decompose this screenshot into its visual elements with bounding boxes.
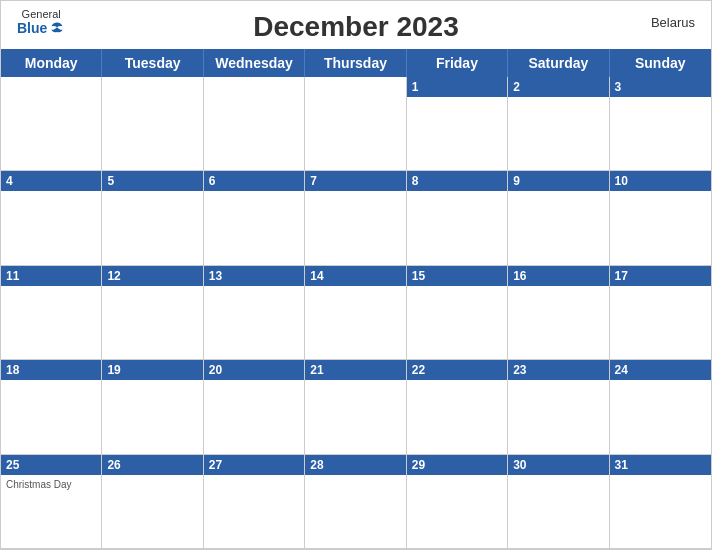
calendar-cell: 20 — [204, 360, 305, 454]
day-header-sunday: Sunday — [610, 49, 711, 77]
calendar-cell: 10 — [610, 171, 711, 265]
cell-date-number: 7 — [310, 174, 317, 188]
calendar-cell: 1 — [407, 77, 508, 171]
cell-date-number: 16 — [513, 269, 526, 283]
day-header-wednesday: Wednesday — [204, 49, 305, 77]
calendar-cell: 4 — [1, 171, 102, 265]
cell-date-number: 30 — [513, 458, 526, 472]
cell-date-number: 22 — [412, 363, 425, 377]
calendar-cell — [102, 77, 203, 171]
cell-date-number: 27 — [209, 458, 222, 472]
cell-date-number: 15 — [412, 269, 425, 283]
calendar-cell: 9 — [508, 171, 609, 265]
cell-date-number: 5 — [107, 174, 114, 188]
calendar-cell: 28 — [305, 455, 406, 549]
calendar-cell: 6 — [204, 171, 305, 265]
calendar-cell: 22 — [407, 360, 508, 454]
calendar-cell: 25Christmas Day — [1, 455, 102, 549]
day-header-saturday: Saturday — [508, 49, 609, 77]
calendar-cell: 19 — [102, 360, 203, 454]
country-label: Belarus — [651, 15, 695, 30]
calendar-cell: 17 — [610, 266, 711, 360]
logo-bird-icon — [49, 20, 65, 36]
day-header-friday: Friday — [407, 49, 508, 77]
cell-date-number: 4 — [6, 174, 13, 188]
day-headers: Monday Tuesday Wednesday Thursday Friday… — [1, 49, 711, 77]
cell-date-number: 6 — [209, 174, 216, 188]
cell-date-number: 17 — [615, 269, 628, 283]
calendar-cell: 14 — [305, 266, 406, 360]
calendar-cell — [305, 77, 406, 171]
cell-date-number: 29 — [412, 458, 425, 472]
cell-date-number: 20 — [209, 363, 222, 377]
calendar-cell: 23 — [508, 360, 609, 454]
calendar-cell — [204, 77, 305, 171]
cell-date-number: 9 — [513, 174, 520, 188]
calendar-cell: 2 — [508, 77, 609, 171]
logo: General Blue — [17, 9, 65, 36]
cell-date-number: 28 — [310, 458, 323, 472]
day-header-tuesday: Tuesday — [102, 49, 203, 77]
cell-event: Christmas Day — [6, 479, 96, 490]
calendar-cell: 21 — [305, 360, 406, 454]
day-header-monday: Monday — [1, 49, 102, 77]
calendar-cell: 5 — [102, 171, 203, 265]
calendar-cell: 18 — [1, 360, 102, 454]
calendar-cell: 30 — [508, 455, 609, 549]
calendar-cell: 31 — [610, 455, 711, 549]
cell-date-number: 14 — [310, 269, 323, 283]
cell-date-number: 26 — [107, 458, 120, 472]
cell-date-number: 24 — [615, 363, 628, 377]
calendar-grid: 1234567891011121314151617181920212223242… — [1, 77, 711, 549]
calendar-cell: 27 — [204, 455, 305, 549]
calendar-cell: 7 — [305, 171, 406, 265]
cell-date-number: 10 — [615, 174, 628, 188]
calendar-cell: 3 — [610, 77, 711, 171]
calendar: General Blue December 2023 Belarus Monda… — [0, 0, 712, 550]
calendar-cell: 16 — [508, 266, 609, 360]
calendar-cell: 8 — [407, 171, 508, 265]
calendar-cell: 24 — [610, 360, 711, 454]
calendar-cell — [1, 77, 102, 171]
cell-date-number: 12 — [107, 269, 120, 283]
calendar-title: December 2023 — [253, 11, 458, 43]
calendar-cell: 11 — [1, 266, 102, 360]
cell-date-number: 3 — [615, 80, 622, 94]
calendar-cell: 12 — [102, 266, 203, 360]
cell-date-number: 25 — [6, 458, 19, 472]
cell-date-number: 19 — [107, 363, 120, 377]
cell-date-number: 18 — [6, 363, 19, 377]
calendar-header: General Blue December 2023 Belarus — [1, 1, 711, 49]
day-header-thursday: Thursday — [305, 49, 406, 77]
calendar-cell: 15 — [407, 266, 508, 360]
cell-date-number: 2 — [513, 80, 520, 94]
cell-date-number: 8 — [412, 174, 419, 188]
calendar-cell: 29 — [407, 455, 508, 549]
cell-date-number: 23 — [513, 363, 526, 377]
cell-date-number: 31 — [615, 458, 628, 472]
logo-general-text: General — [22, 9, 61, 20]
calendar-cell: 26 — [102, 455, 203, 549]
cell-date-number: 1 — [412, 80, 419, 94]
calendar-cell: 13 — [204, 266, 305, 360]
logo-blue-text: Blue — [17, 20, 65, 36]
cell-date-number: 13 — [209, 269, 222, 283]
cell-date-number: 11 — [6, 269, 19, 283]
cell-date-number: 21 — [310, 363, 323, 377]
